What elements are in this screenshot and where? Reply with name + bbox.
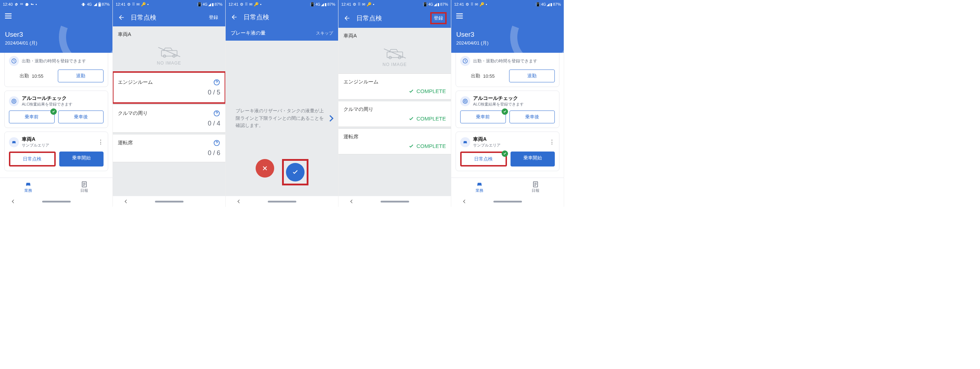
battery-icon bbox=[98, 2, 101, 7]
in-time: 10:55 bbox=[32, 73, 43, 79]
screen-home-1: 12:40 • 4G 87% User3 2024/04/01 (月) 出勤・退… bbox=[0, 0, 113, 207]
nav-back-icon[interactable] bbox=[124, 199, 129, 204]
tab-report[interactable]: 日報 bbox=[508, 178, 564, 196]
android-navbar bbox=[451, 196, 564, 207]
nav-back-icon[interactable] bbox=[11, 199, 16, 204]
insp-item-driver[interactable]: 運転席 COMPLETE bbox=[339, 128, 451, 154]
breath-icon bbox=[9, 96, 19, 106]
insp-item-around[interactable]: クルマの周り 0 / 4 bbox=[113, 105, 225, 133]
nav-back-icon[interactable] bbox=[462, 199, 467, 204]
insp-item-driver[interactable]: 運転席 0 / 6 bbox=[113, 134, 225, 162]
home-content: 出勤・退勤の時間を登録できます 出勤 10:55 退勤 アルコールチェック AL… bbox=[451, 53, 564, 177]
back-button[interactable] bbox=[118, 14, 125, 21]
more-icon[interactable]: ⋮ bbox=[549, 139, 555, 146]
step-body: ブレーキ液のリザーバ・タンクの液量が上限ラインと下限ラインとの間にあることを確認… bbox=[226, 41, 338, 196]
pass-button[interactable] bbox=[286, 163, 304, 182]
svg-point-0 bbox=[20, 3, 21, 3]
breath-icon bbox=[460, 96, 470, 106]
start-ride-button[interactable]: 乗車開始 bbox=[511, 152, 555, 166]
clock-card: 出勤・退勤の時間を登録できます 出勤 10:55 退勤 bbox=[455, 53, 560, 87]
svg-rect-28 bbox=[456, 16, 463, 16]
header: 日常点検 登録 bbox=[339, 9, 451, 28]
clock-out-button[interactable]: 退勤 bbox=[58, 70, 104, 82]
status-bar: 12:40 • 4G 87% bbox=[0, 0, 113, 9]
clock-icon bbox=[460, 56, 470, 66]
alc-pre-button[interactable]: 乗車前 bbox=[460, 111, 506, 124]
hero: User3 2024/04/01 (月) bbox=[0, 9, 113, 53]
screen-step: 12:41 ⚙⠿✉🔑• 📳4G◢▮87% 日常点検 ブレーキ液の量 スキップ ブ… bbox=[226, 0, 339, 207]
tab-work[interactable]: 業務 bbox=[0, 178, 56, 196]
alc-sub: ALC検査結果を登録できます bbox=[22, 101, 73, 107]
svg-rect-7 bbox=[99, 2, 100, 3]
svg-point-1 bbox=[21, 3, 22, 3]
screen-title: 日常点検 bbox=[243, 13, 269, 21]
svg-point-14 bbox=[12, 99, 16, 103]
svg-rect-11 bbox=[5, 16, 11, 16]
header: 日常点検 bbox=[226, 9, 338, 26]
check-icon bbox=[409, 89, 414, 94]
hero: User3 2024/04/01 (月) bbox=[451, 9, 564, 53]
alc-pre-button[interactable]: 乗車前 bbox=[9, 111, 55, 124]
gear-icon bbox=[14, 3, 18, 6]
step-text: ブレーキ液のリザーバ・タンクの液量が上限ラインと下限ラインとの間にあることを確認… bbox=[226, 107, 338, 130]
key-icon bbox=[30, 3, 34, 6]
vehicle-name: 車両A bbox=[339, 28, 451, 44]
inspection-content: 車両A NO IMAGE エンジンルーム 0 / 5 クルマの周り 0 / 4 … bbox=[113, 26, 225, 196]
svg-point-9 bbox=[62, 9, 113, 53]
hero-art bbox=[55, 9, 113, 53]
check-icon bbox=[501, 108, 508, 115]
register-button[interactable]: 登録 bbox=[431, 13, 446, 24]
svg-point-32 bbox=[464, 100, 466, 102]
vehicle-card: 車両A サンプルエリア ⋮ 日常点検 乗車開始 bbox=[455, 131, 560, 171]
status-bar: 12:41 ⚙⠿✉🔑• 📳4G◢▮87% bbox=[113, 0, 225, 9]
vibrate-icon bbox=[81, 3, 86, 6]
register-button[interactable]: 登録 bbox=[207, 13, 220, 22]
svg-rect-27 bbox=[456, 14, 463, 14]
hero-art bbox=[507, 9, 564, 53]
tab-work[interactable]: 業務 bbox=[451, 178, 508, 196]
screen-inspection-done: 12:41 ⚙⠿✉🔑• 📳4G◢▮87% 日常点検 登録 車両A NO IMAG… bbox=[339, 0, 451, 207]
clock-out-button[interactable]: 退勤 bbox=[509, 70, 555, 82]
insp-item-engine[interactable]: エンジンルーム 0 / 5 bbox=[113, 72, 225, 103]
no-image: NO IMAGE bbox=[113, 43, 225, 72]
daily-check-button[interactable]: 日常点検 bbox=[9, 152, 56, 166]
svg-point-2 bbox=[22, 3, 23, 3]
help-icon[interactable] bbox=[213, 110, 220, 117]
status-time: 12:40 bbox=[3, 2, 13, 6]
insp-item-engine[interactable]: エンジンルーム COMPLETE bbox=[339, 73, 451, 100]
screen-title: 日常点検 bbox=[356, 14, 382, 22]
svg-point-31 bbox=[463, 99, 467, 103]
home-content: 出勤・退勤の時間を登録できます 出勤 10:55 退勤 アルコールチェック AL… bbox=[0, 53, 113, 177]
car-icon bbox=[460, 137, 470, 147]
android-navbar bbox=[226, 196, 338, 207]
help-icon[interactable] bbox=[213, 139, 220, 147]
vehicle-name: 車両A bbox=[113, 26, 225, 43]
alc-post-button[interactable]: 乗車後 bbox=[509, 111, 555, 124]
svg-point-15 bbox=[13, 100, 14, 102]
start-ride-button[interactable]: 乗車開始 bbox=[59, 152, 104, 166]
svg-rect-29 bbox=[456, 18, 463, 19]
nav-back-icon[interactable] bbox=[236, 199, 241, 204]
dot-icon: • bbox=[36, 2, 37, 6]
alc-card: アルコールチェック ALC検査結果を登録できます 乗車前 乗車後 bbox=[455, 90, 560, 128]
fail-button[interactable] bbox=[256, 159, 274, 177]
nav-back-icon[interactable] bbox=[349, 199, 354, 204]
skip-button[interactable]: スキップ bbox=[316, 30, 333, 36]
android-navbar bbox=[0, 196, 113, 207]
nav-pill[interactable] bbox=[42, 201, 71, 203]
tab-report[interactable]: 日報 bbox=[56, 178, 113, 196]
car-icon bbox=[9, 137, 19, 147]
no-image: NO IMAGE bbox=[339, 44, 451, 73]
daily-check-button[interactable]: 日常点検 bbox=[460, 152, 507, 166]
more-icon[interactable]: ⋮ bbox=[98, 139, 103, 146]
back-button[interactable] bbox=[231, 14, 238, 21]
next-icon[interactable] bbox=[327, 114, 335, 123]
insp-item-around[interactable]: クルマの周り COMPLETE bbox=[339, 101, 451, 127]
check-icon bbox=[409, 143, 414, 149]
help-icon[interactable] bbox=[213, 79, 220, 86]
clock-icon bbox=[9, 56, 19, 66]
svg-point-5 bbox=[22, 4, 23, 5]
alc-post-button[interactable]: 乗車後 bbox=[58, 111, 104, 124]
svg-point-4 bbox=[21, 4, 22, 5]
back-button[interactable] bbox=[344, 14, 351, 22]
